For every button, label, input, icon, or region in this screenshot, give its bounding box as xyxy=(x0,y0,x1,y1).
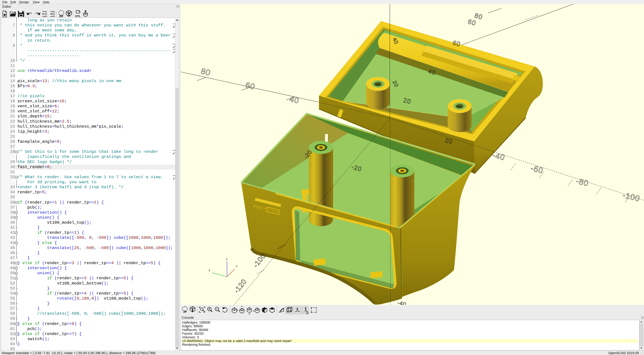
svg-text:-120: -120 xyxy=(232,278,248,294)
svg-text:STL: STL xyxy=(75,14,80,18)
svg-text:-100: -100 xyxy=(622,190,641,203)
svg-text:60: 60 xyxy=(244,80,256,91)
svg-text:-40: -40 xyxy=(397,300,407,305)
svg-text:-40: -40 xyxy=(492,150,506,162)
svg-text:40: 40 xyxy=(289,94,300,105)
svg-text:-80: -80 xyxy=(575,176,590,188)
svg-text:10: 10 xyxy=(306,312,309,314)
svg-text:y: y xyxy=(209,268,210,272)
svg-text:x: x xyxy=(236,264,238,268)
svg-text:z: z xyxy=(226,258,228,260)
svg-text:-60: -60 xyxy=(530,164,544,175)
svg-text:80: 80 xyxy=(200,66,212,77)
